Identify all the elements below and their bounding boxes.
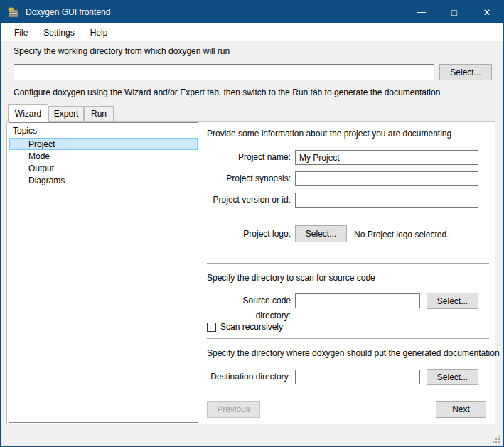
- configure-hint-label: Configure doxygen using the Wizard and/o…: [14, 87, 440, 97]
- working-directory-label: Specify the working directory from which…: [14, 46, 230, 56]
- tab-expert[interactable]: Expert: [48, 106, 84, 121]
- source-directory-input[interactable]: [295, 293, 420, 308]
- doxygen-wizard-window: Doxygen GUI frontend — □ ✕ File Settings…: [0, 0, 504, 447]
- menu-help[interactable]: Help: [82, 25, 116, 41]
- next-button[interactable]: Next: [436, 401, 486, 418]
- source-directory-label: Source code directory:: [207, 293, 291, 323]
- menu-settings[interactable]: Settings: [36, 25, 82, 41]
- minimize-icon[interactable]: —: [405, 1, 438, 23]
- destination-directory-select-button[interactable]: Select...: [427, 369, 478, 385]
- previous-button[interactable]: Previous: [207, 401, 260, 418]
- project-intro-label: Provide some information about the proje…: [207, 129, 451, 139]
- source-section-heading: Specify the directory to scan for source…: [207, 273, 375, 283]
- scan-recursively-checkbox[interactable]: [207, 323, 216, 332]
- separator: [207, 338, 489, 339]
- tab-wizard[interactable]: Wizard: [8, 104, 48, 122]
- menu-file[interactable]: File: [6, 25, 36, 41]
- project-synopsis-label: Project synopsis:: [207, 171, 291, 186]
- project-logo-label: Project logo:: [207, 225, 291, 242]
- project-name-input[interactable]: [295, 150, 478, 165]
- project-logo-select-button[interactable]: Select...: [295, 225, 347, 242]
- window-title: Doxygen GUI frontend: [26, 7, 110, 17]
- menubar: File Settings Help: [1, 23, 503, 41]
- working-directory-select-button[interactable]: Select...: [439, 64, 492, 80]
- destination-directory-input[interactable]: [295, 370, 420, 384]
- destination-section-heading: Specify the directory where doxygen shou…: [207, 348, 500, 358]
- topic-item-diagrams[interactable]: Diagrams: [9, 174, 198, 186]
- project-version-input[interactable]: [295, 193, 478, 208]
- topics-tree: Topics Project Mode Output Diagrams: [9, 122, 198, 423]
- resize-grip-icon[interactable]: [492, 435, 500, 443]
- topic-item-output[interactable]: Output: [9, 162, 198, 174]
- destination-directory-label: Destination directory:: [207, 370, 291, 384]
- titlebar: Doxygen GUI frontend — □ ✕: [1, 1, 503, 23]
- topic-item-project[interactable]: Project: [9, 138, 198, 150]
- separator: [207, 263, 489, 264]
- scan-recursively-row: Scan recursively: [207, 322, 283, 332]
- close-icon[interactable]: ✕: [471, 1, 503, 23]
- maximize-icon[interactable]: □: [438, 1, 471, 23]
- window-controls: — □ ✕: [405, 1, 503, 23]
- project-name-label: Project name:: [207, 150, 291, 165]
- scan-recursively-label: Scan recursively: [220, 322, 283, 332]
- topics-header: Topics: [9, 123, 198, 138]
- source-directory-select-button[interactable]: Select...: [427, 293, 478, 309]
- tab-run[interactable]: Run: [84, 106, 114, 121]
- app-icon[interactable]: [7, 6, 19, 18]
- topic-item-mode[interactable]: Mode: [9, 150, 198, 162]
- project-version-label: Project version or id:: [207, 193, 291, 208]
- project-logo-status: No Project logo selected.: [354, 230, 449, 239]
- working-directory-input[interactable]: [14, 64, 434, 80]
- project-synopsis-input[interactable]: [295, 171, 478, 186]
